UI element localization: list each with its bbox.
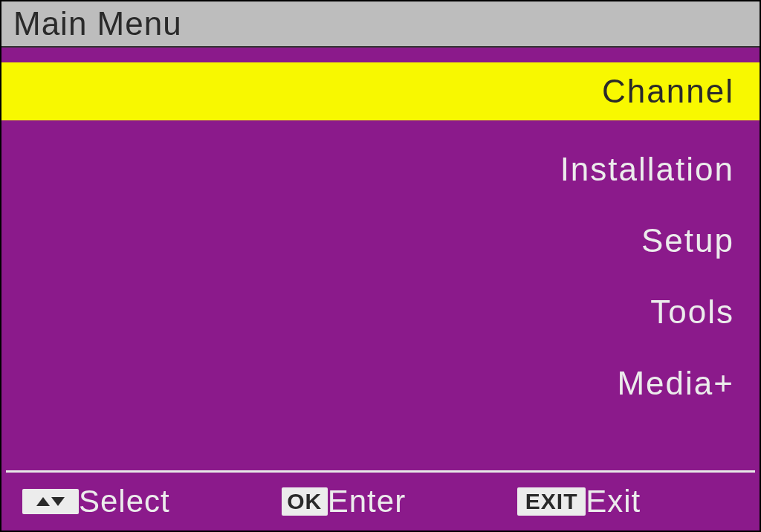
footer-bar: Select OK Enter EXIT Exit <box>1 473 760 531</box>
menu-item-label: Channel <box>602 73 734 110</box>
footer-select-label: Select <box>79 484 170 519</box>
exit-icon: EXIT <box>517 487 586 516</box>
footer-hint-enter: OK Enter <box>282 484 406 519</box>
menu-item-installation[interactable]: Installation <box>1 134 760 205</box>
footer-exit-label: Exit <box>586 484 641 519</box>
main-container: Main Menu Channel Installation Setup Too… <box>0 0 761 532</box>
footer-hint-select: Select <box>22 484 170 519</box>
menu-item-setup[interactable]: Setup <box>1 205 760 276</box>
menu-item-channel[interactable]: Channel <box>1 62 760 120</box>
footer-hint-exit: EXIT Exit <box>517 484 641 519</box>
menu-item-label: Media+ <box>617 365 734 402</box>
footer-enter-label: Enter <box>328 484 406 519</box>
menu-item-label: Tools <box>650 293 734 331</box>
menu-item-tools[interactable]: Tools <box>1 276 760 348</box>
ok-icon: OK <box>282 487 328 516</box>
page-title: Main Menu <box>13 5 182 42</box>
menu-item-media[interactable]: Media+ <box>1 348 760 419</box>
menu-item-label: Installation <box>560 151 734 188</box>
menu-area: Channel Installation Setup Tools Media+ <box>1 48 760 470</box>
updown-arrows-icon <box>22 489 79 514</box>
menu-item-label: Setup <box>641 222 734 259</box>
header-bar: Main Menu <box>1 1 760 48</box>
